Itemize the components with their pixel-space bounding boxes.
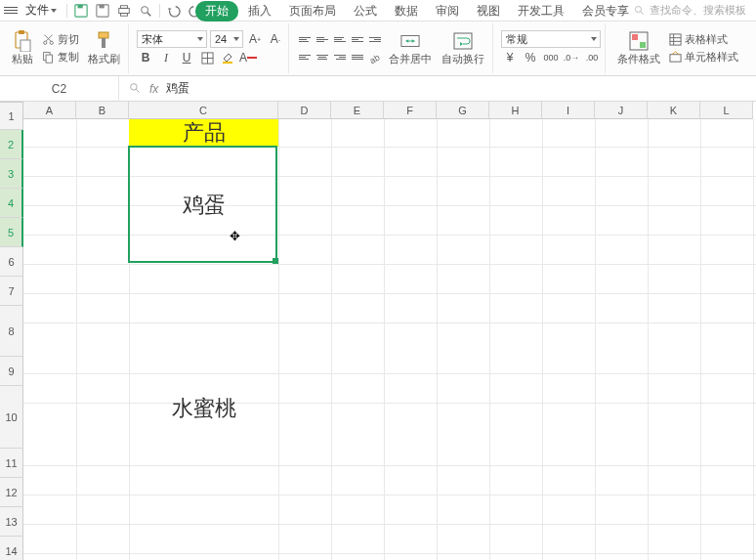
name-box[interactable]: C2 [0,76,119,102]
chevron-down-icon [51,9,57,13]
svg-line-39 [136,89,139,92]
decrease-font-icon[interactable]: A- [267,30,284,48]
increase-decimal-icon[interactable]: .0→ [563,49,580,66]
row-header-3[interactable]: 3 [0,159,23,189]
cell-style-button[interactable]: 单元格样式 [666,49,741,65]
column-header-h[interactable]: H [489,102,542,119]
spreadsheet-grid[interactable]: 1234567891011121314 ABCDEFGHIJKL 产品 鸡蛋 水… [0,102,756,560]
row-header-13[interactable]: 13 [0,507,23,537]
currency-icon[interactable]: ¥ [501,49,519,66]
row-header-2[interactable]: 2 [0,130,23,159]
tab-start[interactable]: 开始 [195,1,238,22]
number-format-select[interactable]: 常规 [501,30,601,48]
tab-dev[interactable]: 开发工具 [510,0,572,22]
tab-member[interactable]: 会员专享 [574,0,637,22]
justify-icon[interactable] [350,50,365,65]
indent-decrease-icon[interactable] [350,32,365,48]
cells-area[interactable]: 产品 鸡蛋 水蜜桃 ✥ [23,119,756,560]
column-header-a[interactable]: A [23,102,76,119]
svg-line-8 [147,12,151,16]
format-painter-button[interactable]: 格式刷 [84,29,124,68]
tab-data[interactable]: 数据 [387,0,426,22]
align-bottom-icon[interactable] [332,32,348,48]
row-header-8[interactable]: 8 [0,306,23,357]
border-button[interactable] [198,49,216,66]
column-header-g[interactable]: G [437,102,489,119]
hamburger-icon[interactable] [4,4,18,18]
row-header-7[interactable]: 7 [0,277,23,306]
brush-icon [95,31,114,51]
font-color-button[interactable]: A [239,49,257,66]
fill-color-button[interactable] [219,49,236,66]
save-as-icon[interactable] [93,2,112,20]
indent-increase-icon[interactable] [367,32,383,48]
search-box[interactable]: 查找命令、搜索模板 [634,3,746,18]
font-size-select[interactable]: 24 [210,30,243,48]
align-left-icon[interactable] [297,50,313,65]
italic-button[interactable]: I [157,49,175,66]
table-style-button[interactable]: 表格样式 [666,31,741,48]
column-header-j[interactable]: J [595,102,648,119]
row-header-14[interactable]: 14 [0,537,23,560]
row-header-11[interactable]: 11 [0,449,23,478]
undo-icon[interactable] [164,2,184,20]
thousands-icon[interactable]: 000 [542,49,560,66]
wrap-text-button[interactable]: 自动换行 [438,29,488,68]
fill-handle[interactable] [273,258,278,264]
file-menu[interactable]: 文件 [20,2,63,19]
separator [159,4,160,18]
column-header-l[interactable]: L [700,102,753,119]
save-icon[interactable] [71,2,91,20]
column-header-d[interactable]: D [278,102,331,119]
row-header-4[interactable]: 4 [0,189,23,218]
tab-layout[interactable]: 页面布局 [281,0,344,22]
separator [66,4,67,18]
cell-c8-c11-merged[interactable]: 水蜜桃 [129,323,278,495]
tab-view[interactable]: 视图 [469,0,508,22]
font-name-select[interactable]: 宋体 [137,30,207,48]
svg-rect-37 [670,55,681,62]
increase-font-icon[interactable]: A+ [246,30,264,48]
tab-formula[interactable]: 公式 [346,0,385,22]
row-header-12[interactable]: 12 [0,478,23,507]
tab-review[interactable]: 审阅 [428,0,467,22]
expand-icon[interactable] [129,82,142,95]
column-header-f[interactable]: F [384,102,437,119]
row-header-10[interactable]: 10 [0,386,23,449]
align-center-icon[interactable] [315,50,330,65]
merge-center-button[interactable]: 合并居中 [385,29,436,68]
orientation-icon[interactable]: ab [367,50,383,65]
svg-point-9 [636,6,642,12]
column-header-b[interactable]: B [76,102,129,119]
decrease-decimal-icon[interactable]: .00 [583,49,601,66]
column-header-k[interactable]: K [648,102,700,119]
print-preview-icon[interactable] [136,2,155,20]
fx-label[interactable]: fx [149,82,158,96]
align-middle-icon[interactable] [315,32,330,48]
conditional-format-button[interactable]: 条件格式 [613,29,664,68]
svg-point-7 [142,6,148,13]
column-header-e[interactable]: E [331,102,384,119]
formula-value[interactable]: 鸡蛋 [166,80,189,97]
column-header-c[interactable]: C [129,102,278,119]
underline-button[interactable]: U [178,49,195,66]
cell-c1[interactable]: 产品 [129,119,278,147]
cut-button[interactable]: 剪切 [39,31,82,48]
bold-button[interactable]: B [137,49,154,66]
column-header-i[interactable]: I [542,102,595,119]
align-top-icon[interactable] [297,32,313,48]
print-icon[interactable] [114,2,134,20]
row-header-6[interactable]: 6 [0,247,23,277]
paste-label: 粘贴 [12,52,33,66]
percent-icon[interactable]: % [522,49,539,66]
row-header-1[interactable]: 1 [0,103,23,130]
select-all-corner[interactable] [0,102,23,103]
row-header-9[interactable]: 9 [0,357,23,386]
row-header-5[interactable]: 5 [0,218,23,247]
align-right-icon[interactable] [332,50,348,65]
paste-button[interactable]: 粘贴 [8,29,37,68]
selection-box [128,146,277,263]
tab-insert[interactable]: 插入 [240,0,279,22]
copy-button[interactable]: 复制 [39,49,82,65]
ribbon-tabs: 开始 插入 页面布局 公式 数据 审阅 视图 开发工具 会员专享 [195,0,637,22]
